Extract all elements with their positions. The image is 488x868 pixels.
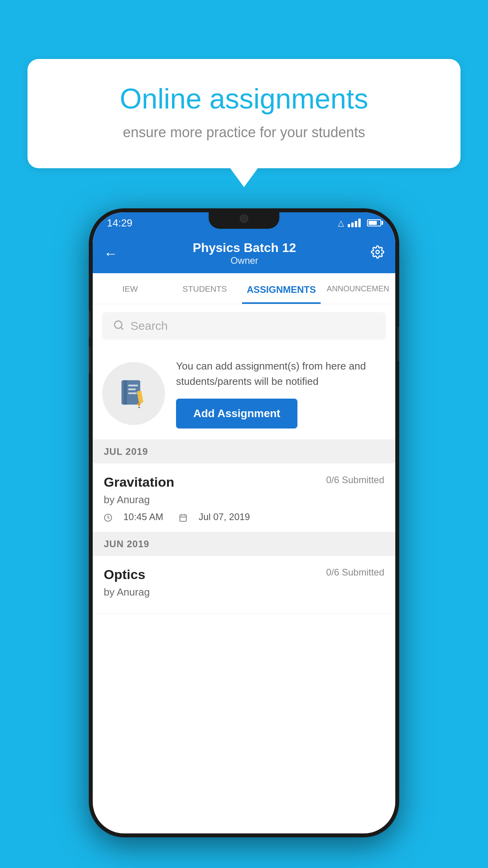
search-bar-wrapper: Search [93,304,395,348]
volume-down-button [89,346,90,373]
phone-frame: 14:29 △ ← Physics Batch [89,208,399,837]
assignment-name: Gravitation [104,474,174,490]
header-title-group: Physics Batch 12 Owner [193,241,296,266]
app-header: ← Physics Batch 12 Owner [93,234,395,273]
speech-bubble-subtitle: ensure more practice for your students [59,124,429,141]
month-divider-jun: JUN 2019 [93,532,395,556]
speech-bubble-title: Online assignments [59,83,429,115]
svg-rect-6 [128,388,136,390]
search-icon [113,320,124,332]
assignment-submitted-optics: 0/6 Submitted [326,567,384,578]
phone-screen: 14:29 △ ← Physics Batch [93,212,395,833]
clock-icon [104,511,114,522]
power-button [398,326,399,362]
batch-title: Physics Batch 12 [193,241,296,255]
tab-announcements[interactable]: ANNOUNCEMEN [321,273,395,304]
assignment-icon-circle [102,362,165,425]
tab-assignments[interactable]: ASSIGNMENTS [242,273,321,304]
svg-rect-12 [180,515,187,521]
back-button[interactable]: ← [104,245,118,262]
search-bar[interactable]: Search [102,312,386,340]
wifi-icon: △ [338,218,344,228]
assignment-by: by Anurag [104,494,384,506]
add-assignment-promo: You can add assignment(s) from here and … [93,348,395,440]
month-divider-jul: JUL 2019 [93,440,395,463]
batch-role: Owner [193,255,296,266]
settings-button[interactable] [371,245,384,262]
add-assignment-button[interactable]: Add Assignment [176,399,297,428]
assignment-row-top-optics: Optics 0/6 Submitted [104,567,384,582]
svg-line-2 [121,327,123,329]
tabs-bar: IEW STUDENTS ASSIGNMENTS ANNOUNCEMEN [93,273,395,304]
battery-icon [367,219,381,226]
calendar-icon [179,511,189,522]
volume-up-button [89,311,90,338]
status-icons: △ [338,218,381,228]
assignment-by-optics: by Anurag [104,586,384,598]
assignment-date: Jul 07, 2019 [198,511,250,522]
tab-iew[interactable]: IEW [93,273,167,304]
status-time: 14:29 [107,217,132,229]
signal-icon [348,219,361,227]
assignment-item-optics[interactable]: Optics 0/6 Submitted by Anurag [93,556,395,614]
assignment-time: 10:45 AM [123,511,163,522]
search-placeholder: Search [130,319,168,333]
assignment-submitted: 0/6 Submitted [326,474,384,485]
assignment-item-gravitation[interactable]: Gravitation 0/6 Submitted by Anurag 10:4… [93,463,395,532]
svg-rect-5 [128,385,138,386]
speech-bubble: Online assignments ensure more practice … [28,59,460,168]
svg-rect-7 [128,392,137,394]
speech-bubble-container: Online assignments ensure more practice … [28,59,460,168]
phone-camera [240,214,248,223]
phone-notch [209,208,279,229]
tab-students[interactable]: STUDENTS [167,273,242,304]
assignment-row-top: Gravitation 0/6 Submitted [104,474,384,490]
svg-marker-10 [138,407,140,408]
svg-point-0 [376,250,380,254]
svg-rect-4 [124,380,127,405]
promo-description: You can add assignment(s) from here and … [176,359,386,389]
assignment-meta: 10:45 AM Jul 07, 2019 [104,511,384,522]
promo-text-group: You can add assignment(s) from here and … [176,359,386,428]
assignment-name-optics: Optics [104,567,145,582]
